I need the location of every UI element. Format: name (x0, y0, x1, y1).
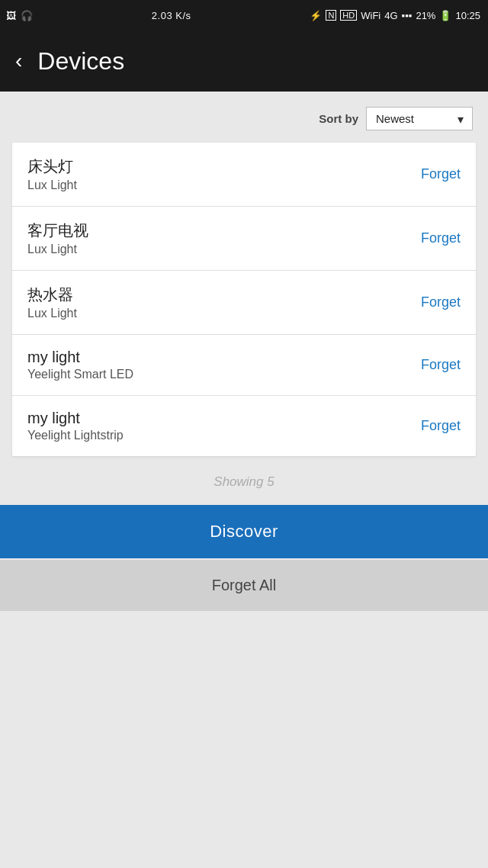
bottom-buttons: Discover Forget All (0, 505, 488, 611)
device-info-5: my light Yeelight Lightstrip (27, 410, 124, 442)
device-name-4: my light (27, 349, 133, 366)
table-row: 热水器 Lux Light Forget (12, 271, 476, 335)
device-name-3: 热水器 (27, 285, 77, 305)
status-bar-speed: 2.03 K/s (152, 10, 191, 21)
device-name-1: 床头灯 (27, 156, 77, 177)
sort-select[interactable]: Newest Oldest Name (366, 107, 473, 130)
device-type-2: Lux Light (27, 243, 88, 256)
showing-count: Showing 5 (12, 456, 476, 505)
forget-button-5[interactable]: Forget (409, 415, 461, 437)
forget-all-button[interactable]: Forget All (0, 560, 488, 611)
signal-icon: ▪▪▪ (402, 10, 413, 21)
table-row: my light Yeelight Lightstrip Forget (12, 396, 476, 456)
battery-percent: 21% (416, 10, 435, 21)
table-row: 床头灯 Lux Light Forget (12, 143, 476, 207)
clock: 10:25 (455, 10, 480, 21)
sort-label: Sort by (319, 112, 358, 125)
header: ‹ Devices (0, 31, 488, 92)
hd-icon: HD (340, 10, 357, 21)
status-bar: 🖼 🎧 2.03 K/s ⚡ N HD WiFi 4G ▪▪▪ 21% 🔋 10… (0, 0, 488, 31)
nfc-icon: N (326, 10, 336, 21)
status-bar-right: ⚡ N HD WiFi 4G ▪▪▪ 21% 🔋 10:25 (310, 10, 480, 21)
back-button[interactable]: ‹ (15, 49, 22, 73)
battery-icon: 🔋 (439, 10, 451, 21)
device-type-1: Lux Light (27, 178, 77, 192)
status-bar-left: 🖼 🎧 (6, 10, 33, 21)
device-info-4: my light Yeelight Smart LED (27, 349, 133, 381)
device-info-1: 床头灯 Lux Light (27, 156, 77, 192)
discover-button[interactable]: Discover (0, 505, 488, 558)
forget-button-4[interactable]: Forget (409, 354, 461, 376)
wifi-icon: WiFi (361, 10, 380, 21)
device-info-3: 热水器 Lux Light (27, 285, 77, 320)
sort-select-wrapper[interactable]: Newest Oldest Name (366, 107, 473, 130)
headphone-icon: 🎧 (21, 10, 33, 21)
device-info-2: 客厅电视 Lux Light (27, 220, 88, 256)
forget-button-1[interactable]: Forget (409, 163, 461, 185)
content-area: Sort by Newest Oldest Name 床头灯 Lux Light… (0, 92, 488, 505)
table-row: my light Yeelight Smart LED Forget (12, 335, 476, 396)
network-type: 4G (384, 10, 397, 21)
device-name-2: 客厅电视 (27, 220, 88, 241)
forget-button-3[interactable]: Forget (409, 291, 461, 313)
device-list-card: 床头灯 Lux Light Forget 客厅电视 Lux Light Forg… (12, 143, 476, 456)
device-name-5: my light (27, 410, 124, 427)
device-type-3: Lux Light (27, 307, 77, 320)
sort-row: Sort by Newest Oldest Name (12, 107, 476, 130)
page-title: Devices (37, 47, 124, 76)
table-row: 客厅电视 Lux Light Forget (12, 207, 476, 271)
device-type-5: Yeelight Lightstrip (27, 429, 124, 442)
forget-button-2[interactable]: Forget (409, 227, 461, 249)
photo-icon: 🖼 (6, 10, 16, 21)
bluetooth-icon: ⚡ (310, 10, 322, 21)
device-type-4: Yeelight Smart LED (27, 368, 133, 381)
